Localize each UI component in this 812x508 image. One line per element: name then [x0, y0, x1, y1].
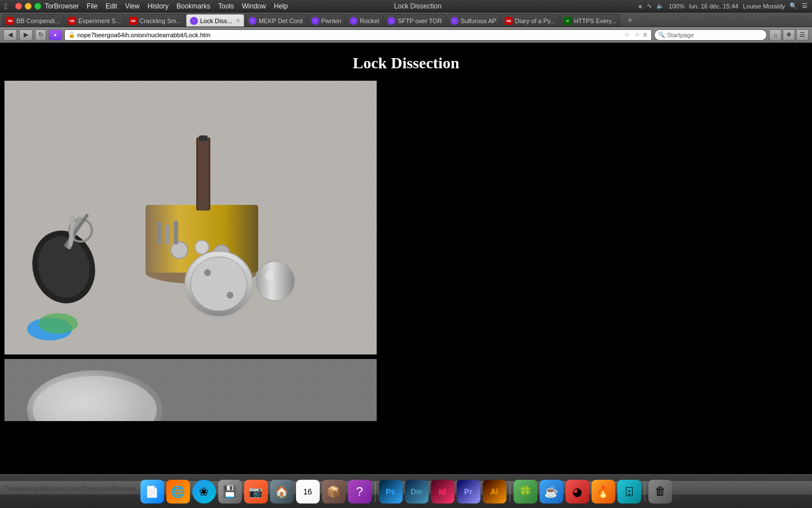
menu-history[interactable]: History	[148, 2, 169, 10]
tab-experiment-s[interactable]: NB Experiment S...	[64, 14, 125, 27]
dock-icon-unknown1[interactable]: 💾	[218, 480, 242, 503]
dock-icon-trash[interactable]: 🗑	[648, 480, 672, 503]
menu-window[interactable]: Window	[242, 2, 266, 10]
forward-button[interactable]: ▶	[19, 29, 33, 41]
tab-mekp[interactable]: ○ MEKP Det Cord	[245, 14, 307, 27]
minimize-button[interactable]	[25, 3, 32, 10]
tab-label-11: HTTPS Every...	[574, 17, 617, 24]
bluetooth-icon: ⎈	[638, 3, 642, 10]
lock-image-2	[5, 359, 377, 421]
wifi-icon: ∿	[647, 2, 652, 10]
address-text: nope7beergoa64ih.onion/nuclearrabbit/Loc…	[77, 32, 622, 38]
dock-icon-photoshop[interactable]: Ps	[379, 480, 403, 503]
lock-image-1	[5, 81, 377, 354]
tab-bb-compendi[interactable]: NB BB Compendi...	[2, 14, 64, 27]
page-title: Lock Dissection	[0, 43, 812, 81]
address-bar[interactable]: 🔓 nope7beergoa64ih.onion/nuclearrabbit/L…	[64, 29, 652, 41]
lock-svg-1	[5, 81, 377, 354]
menu-edit[interactable]: Edit	[105, 2, 117, 10]
tab-pwnkin[interactable]: ○ Pwnkin	[307, 14, 345, 27]
dock-icon-dreamweaver[interactable]: Dw	[405, 480, 429, 503]
window-title: Lock Dissection	[288, 2, 548, 10]
tab-diary[interactable]: NB Diary of a Py...	[501, 14, 559, 27]
dock-icon-unknown3[interactable]: 🏠	[270, 480, 294, 503]
tor-status-button[interactable]: ●	[48, 29, 62, 41]
https-icon-11: H	[564, 17, 572, 25]
dock-separator	[375, 481, 376, 502]
svg-rect-31	[165, 225, 170, 244]
tab-label-3: Crackling Sm...	[139, 17, 182, 24]
svg-point-19	[195, 240, 209, 254]
apple-menu-icon[interactable]: 	[5, 2, 7, 11]
svg-point-14	[38, 313, 78, 334]
titlebar-left:  TorBrowser File Edit View History Book…	[5, 2, 288, 11]
close-button[interactable]	[15, 3, 22, 10]
dock-icon-misc1[interactable]: 🍀	[514, 480, 537, 503]
preferences-button[interactable]: ☰	[796, 29, 809, 41]
bookmark-star-icon[interactable]: ☆	[624, 31, 630, 38]
tor-icon-4: ○	[190, 17, 198, 25]
tab-label-10: Diary of a Py...	[515, 17, 555, 24]
dock-separator-2	[510, 481, 510, 502]
tab-crackling-sm[interactable]: NB Crackling Sm...	[125, 14, 186, 27]
tab-label-7: Rocket	[360, 17, 379, 24]
zoom-button[interactable]: ❖	[783, 29, 795, 41]
back-button[interactable]: ◀	[3, 29, 17, 41]
tab-label-2: Experiment S...	[78, 17, 121, 24]
tab-close-4[interactable]: ✕	[236, 17, 240, 24]
browser-content: Lock Dissection	[0, 43, 812, 494]
menu-help[interactable]: Help	[274, 2, 288, 10]
search-text: Startpage	[667, 32, 694, 38]
tor-icon-8: ○	[387, 17, 395, 25]
dock-icon-illustrator[interactable]: Ai	[483, 480, 506, 503]
tab-https[interactable]: H HTTPS Every...	[560, 14, 621, 27]
nope-beer-icon-3: NB	[129, 17, 137, 25]
dock-icon-misc2[interactable]: ☕	[540, 480, 563, 503]
dock-icon-misc3[interactable]: ◕	[566, 480, 589, 503]
tab-label-8: SFTP over TOR	[398, 17, 442, 24]
dock-icon-finder[interactable]: 📄	[140, 480, 164, 503]
dock-separator-3	[645, 481, 645, 502]
svg-point-27	[227, 292, 233, 299]
tab-rocket[interactable]: ○ Rocket	[346, 14, 383, 27]
address-clear-button[interactable]: ✕	[642, 31, 648, 39]
dock-icon-calendar[interactable]: 16	[296, 480, 320, 503]
list-icon[interactable]: ☰	[802, 2, 807, 10]
svg-rect-32	[174, 221, 178, 244]
svg-rect-23	[199, 135, 208, 141]
dock-icon-question[interactable]: ?	[348, 480, 372, 503]
tab-bar: NB BB Compendi... NB Experiment S... NB …	[0, 12, 812, 27]
dock-icon-unknown4[interactable]: 📦	[322, 480, 346, 503]
traffic-lights	[15, 3, 41, 10]
dock-icon-unknown2[interactable]: 📷	[244, 480, 268, 503]
bookmark-star2-icon[interactable]: ☆	[634, 31, 640, 38]
tab-sulfurous[interactable]: ○ Sulfurous AP	[447, 14, 501, 27]
dock-icon-firefox[interactable]: 🌐	[166, 480, 190, 503]
maximize-button[interactable]	[34, 3, 41, 10]
page-area: Lock Dissection	[0, 43, 812, 494]
extra-nav-buttons: ⌂ ❖ ☰	[769, 29, 809, 41]
new-tab-button[interactable]: +	[623, 14, 637, 27]
menu-view[interactable]: View	[125, 2, 140, 10]
search-bar[interactable]: 🔍 Startpage	[654, 29, 767, 41]
svg-point-26	[204, 269, 211, 276]
nope-beer-icon-2: NB	[68, 17, 76, 25]
tab-lock-diss[interactable]: ○ Lock Diss... ✕	[186, 14, 244, 27]
menu-bookmarks[interactable]: Bookmarks	[176, 2, 210, 10]
menu-file[interactable]: File	[87, 2, 98, 10]
home-button[interactable]: ⌂	[769, 29, 782, 41]
dock-icon-safari[interactable]: ❀	[192, 480, 216, 503]
tab-label-6: Pwnkin	[321, 17, 341, 24]
dock-icon-indesign[interactable]: Id	[431, 480, 454, 503]
menu-bar: TorBrowser File Edit View History Bookma…	[45, 2, 288, 10]
menu-tools[interactable]: Tools	[218, 2, 234, 10]
nope-beer-icon-10: NB	[505, 17, 513, 25]
dock-icon-misc4[interactable]: 🔥	[592, 480, 615, 503]
reload-button[interactable]: ↻	[35, 29, 46, 41]
dock-icon-misc5[interactable]: ⍠	[617, 480, 641, 503]
dock-icon-premiere[interactable]: Pr	[457, 480, 480, 503]
search-icon[interactable]: 🔍	[789, 2, 797, 10]
tab-sftp[interactable]: ○ SFTP over TOR	[383, 14, 445, 27]
app-name[interactable]: TorBrowser	[45, 2, 79, 10]
nope-beer-icon-1: NB	[6, 17, 14, 25]
